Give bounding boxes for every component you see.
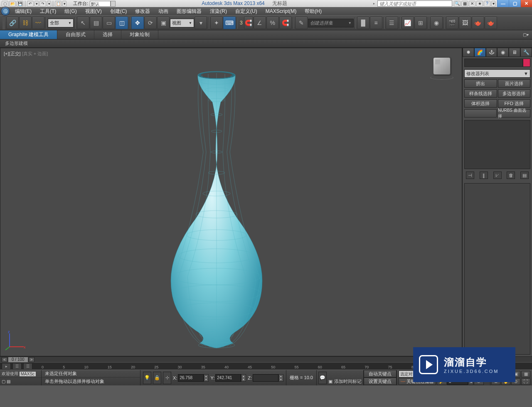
z-input[interactable] bbox=[253, 374, 278, 382]
pivot-icon[interactable]: ▾ bbox=[195, 17, 207, 29]
ribbon-collapse-icon[interactable]: ▢▾ bbox=[520, 30, 532, 39]
named-selection-dropdown[interactable]: 创建选择集▼ bbox=[308, 19, 354, 27]
script-btn[interactable]: ▢ ▤ bbox=[0, 378, 41, 385]
menu-customize[interactable]: 自定义(U) bbox=[231, 7, 261, 15]
zoom-extents-all-icon[interactable]: ▦ bbox=[521, 371, 530, 378]
snap-toggle-icon[interactable]: 🧲 bbox=[244, 17, 253, 29]
search-input[interactable] bbox=[377, 0, 452, 7]
angle-snap-icon[interactable]: ∠ bbox=[254, 17, 266, 29]
menu-edit[interactable]: 编辑(E) bbox=[11, 7, 36, 15]
bind-spacewarp-icon[interactable]: 〰 bbox=[32, 17, 44, 29]
favorite-icon[interactable]: ★ bbox=[476, 1, 483, 7]
render-last-icon[interactable]: 🫖 bbox=[485, 17, 497, 29]
utilities-tab-icon[interactable]: 🔧 bbox=[520, 48, 532, 57]
close-button[interactable]: ✕ bbox=[520, 0, 532, 7]
workspace-dropdown[interactable]: 默认 bbox=[90, 1, 111, 7]
btn-patch-select[interactable]: 面片选择 bbox=[498, 79, 531, 88]
trackbar-menu2-icon[interactable]: ☰ bbox=[23, 363, 32, 370]
isolate-icon[interactable]: 💡 bbox=[143, 372, 151, 384]
ribbon-tab-selection[interactable]: 选择 bbox=[94, 30, 121, 39]
render-frame-icon[interactable]: 🖼 bbox=[459, 17, 471, 29]
setkey-button[interactable]: 设置关键点 bbox=[364, 378, 397, 385]
toolbar-grip[interactable] bbox=[2, 17, 5, 29]
mirror-icon[interactable]: ▐▌ bbox=[357, 17, 369, 29]
layers-icon[interactable]: ☰ bbox=[386, 17, 398, 29]
btn-blank[interactable] bbox=[464, 109, 497, 118]
viewport[interactable]: [+][正交] [真实 + 边面] bbox=[0, 48, 462, 356]
timeslider-next-icon[interactable]: > bbox=[29, 357, 34, 362]
curve-editor-icon[interactable]: 📈 bbox=[401, 17, 414, 29]
btn-spline-select[interactable]: 样条线选择 bbox=[464, 89, 497, 98]
select-region-rect-icon[interactable]: ▭ bbox=[103, 17, 115, 29]
object-color-swatch[interactable] bbox=[523, 59, 530, 67]
keyfilter-icon[interactable]: 〰 bbox=[401, 379, 405, 384]
motion-tab-icon[interactable]: ◉ bbox=[497, 48, 509, 57]
schematic-icon[interactable]: ⊞ bbox=[414, 17, 427, 29]
viewcube[interactable] bbox=[429, 56, 454, 81]
move-icon[interactable]: ✥ bbox=[131, 17, 144, 29]
menu-tools[interactable]: 工具(T) bbox=[36, 7, 60, 15]
window-crossing-icon[interactable]: ◫ bbox=[116, 17, 128, 29]
edit-named-sel-icon[interactable]: ✎ bbox=[295, 17, 308, 29]
undo-icon[interactable]: ↶ bbox=[27, 1, 34, 7]
menu-maxscript[interactable]: MAXScript(M) bbox=[261, 7, 301, 15]
pin-stack-icon[interactable]: ⊣ bbox=[466, 172, 474, 179]
menu-views[interactable]: 视图(V) bbox=[81, 7, 106, 15]
spinner-snap-icon[interactable]: 🧲 bbox=[279, 17, 292, 29]
refcoord-dropdown[interactable]: 视图▼ bbox=[170, 19, 194, 27]
select-object-icon[interactable]: ↖ bbox=[77, 17, 89, 29]
x-input[interactable]: 26.758 bbox=[178, 374, 204, 382]
timeslider-prev-icon[interactable]: < bbox=[2, 357, 7, 362]
comm-center-icon[interactable]: 💬 bbox=[318, 372, 327, 384]
menu-animation[interactable]: 动画 bbox=[154, 7, 172, 15]
minimize-button[interactable]: — bbox=[497, 0, 509, 7]
project-dd-icon[interactable]: ▾ bbox=[62, 1, 66, 7]
timeline-dropdown-icon[interactable]: ▣ bbox=[328, 379, 332, 384]
scale-icon[interactable]: ▣ bbox=[157, 17, 170, 29]
lock-icon[interactable]: 🔒 bbox=[153, 372, 161, 384]
percent-snap-icon[interactable]: % bbox=[266, 17, 279, 29]
exchange-icon[interactable]: ✕ bbox=[469, 1, 475, 7]
add-time-tag[interactable]: 添加时间标记 bbox=[334, 378, 362, 385]
modifier-list-dropdown[interactable]: 修改器列表▼ bbox=[464, 69, 530, 78]
menu-help[interactable]: 帮助(H) bbox=[300, 7, 326, 15]
render-setup-icon[interactable]: 🎬 bbox=[446, 17, 458, 29]
help-icon[interactable]: ? bbox=[484, 1, 490, 7]
maximize-viewport-icon[interactable]: ⛶ bbox=[521, 378, 530, 385]
y-input[interactable]: 242.741 bbox=[215, 374, 241, 382]
ribbon-tab-graphite[interactable]: Graphite 建模工具 bbox=[0, 30, 57, 39]
ribbon-tab-paint[interactable]: 对象绘制 bbox=[121, 30, 158, 39]
project-icon[interactable]: 📋 bbox=[55, 1, 62, 7]
modifier-stack[interactable] bbox=[464, 120, 530, 169]
select-name-icon[interactable]: ▤ bbox=[90, 17, 102, 29]
maximize-button[interactable]: ▢ bbox=[509, 0, 520, 7]
subscription-icon[interactable]: ▦ bbox=[461, 1, 468, 7]
render-icon[interactable]: 🫖 bbox=[472, 17, 484, 29]
btn-ffd-select[interactable]: FFD 选择 bbox=[498, 99, 531, 108]
show-end-result-icon[interactable]: ‖ bbox=[480, 172, 488, 179]
redo-icon[interactable]: ↷ bbox=[39, 1, 46, 7]
trackbar-expand-icon[interactable]: ▸ bbox=[2, 363, 11, 370]
material-editor-icon[interactable]: ◉ bbox=[430, 17, 443, 29]
configure-sets-icon[interactable]: ▤ bbox=[520, 172, 529, 179]
z-spinner[interactable]: ▴▾ bbox=[278, 374, 283, 382]
undo-dd-icon[interactable]: ▾ bbox=[34, 1, 39, 7]
btn-extrude[interactable]: 挤出 bbox=[464, 79, 497, 88]
viewport-label[interactable]: [+][正交] [真实 + 边面] bbox=[4, 51, 48, 57]
workspace-menu-icon[interactable]: ▾ bbox=[111, 1, 116, 7]
manipulate-icon[interactable]: ✦ bbox=[210, 17, 223, 29]
btn-poly-select[interactable]: 多边形选择 bbox=[498, 89, 531, 98]
rotate-icon[interactable]: ⟳ bbox=[144, 17, 157, 29]
timeslider-position[interactable]: 0 / 100 bbox=[8, 357, 28, 362]
abs-rel-icon[interactable]: ⊹ bbox=[163, 372, 171, 384]
menu-graph[interactable]: 图形编辑器 bbox=[172, 7, 206, 15]
save-icon[interactable]: 💾 bbox=[17, 1, 23, 7]
hierarchy-tab-icon[interactable]: 🕹 bbox=[486, 48, 498, 57]
object-name-input[interactable] bbox=[464, 59, 523, 67]
selection-filter-dropdown[interactable]: 全部▼ bbox=[48, 19, 74, 27]
infocenter-toggle-icon[interactable]: ▸ bbox=[373, 1, 377, 7]
ribbon-tab-freeform[interactable]: 自由形式 bbox=[57, 30, 94, 39]
make-unique-icon[interactable]: ⩗ bbox=[493, 172, 502, 179]
search-icon[interactable]: 🔍 bbox=[454, 1, 461, 7]
menu-create[interactable]: 创建(C) bbox=[106, 7, 131, 15]
